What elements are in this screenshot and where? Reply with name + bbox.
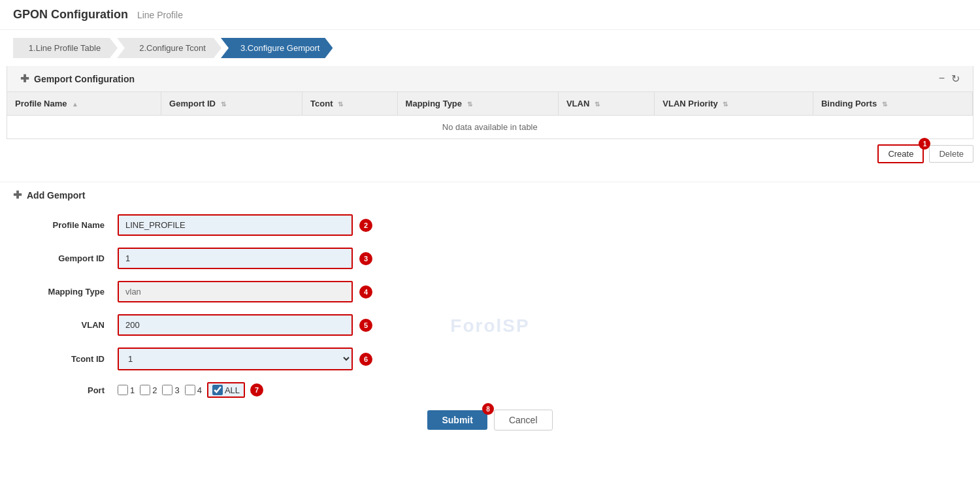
add-gemport-header: ✚ Add Gemport	[0, 182, 980, 208]
port-2-checkbox[interactable]	[140, 385, 150, 395]
col-mapping-type[interactable]: Mapping Type ⇅	[397, 92, 558, 116]
sort-icon: ⇅	[338, 101, 343, 108]
gemport-id-input-wrap: 3	[118, 248, 372, 269]
mapping-type-label: Mapping Type	[13, 287, 118, 297]
empty-message: No data available in table	[7, 116, 973, 139]
table-header-row: Profile Name ▲ Gemport ID ⇅ Tcont ⇅ Mapp…	[7, 92, 973, 116]
port-1-label: 1	[130, 385, 135, 395]
tcont-id-select[interactable]: 1 2 3	[118, 348, 353, 370]
port-checkboxes: 1 2 3 4 ALL 7	[118, 382, 263, 398]
add-gemport-form: ForolSP Profile Name 2 Gemport ID 3 Mapp…	[0, 208, 980, 444]
col-vlan[interactable]: VLAN ⇅	[558, 92, 654, 116]
port-checkboxes-wrap: 1 2 3 4 ALL 7	[118, 382, 263, 398]
port-all-label: ALL	[225, 385, 240, 395]
col-vlan-priority[interactable]: VLAN Priority ⇅	[655, 92, 813, 116]
sort-icon: ⇅	[882, 101, 887, 108]
port-1-checkbox[interactable]	[118, 385, 128, 395]
add-icon: ✚	[13, 189, 22, 201]
sort-icon: ⇅	[595, 101, 600, 108]
refresh-icon[interactable]: ↻	[951, 73, 960, 85]
submit-badge: 8	[482, 403, 494, 415]
port-label: Port	[13, 385, 118, 395]
sort-icon: ⇅	[221, 101, 226, 108]
gemport-id-input[interactable]	[118, 248, 353, 269]
create-button-wrap: Create 1	[877, 144, 924, 163]
port-1-item: 1	[118, 385, 135, 395]
sort-icon: ⇅	[723, 101, 728, 108]
gemport-table: Profile Name ▲ Gemport ID ⇅ Tcont ⇅ Mapp…	[7, 92, 973, 138]
cancel-button[interactable]: Cancel	[494, 410, 553, 430]
port-4-label: 4	[197, 385, 202, 395]
wizard-steps: 1.Line Profile Table 2.Configure Tcont 3…	[0, 30, 980, 66]
profile-name-badge: 2	[359, 219, 372, 232]
wizard-step-3[interactable]: 3.Configure Gemport	[221, 38, 333, 58]
vlan-input[interactable]	[118, 314, 353, 336]
port-all-item: ALL	[207, 382, 245, 398]
section-controls: − ↻	[939, 73, 960, 85]
mapping-type-row: Mapping Type 4	[13, 281, 967, 302]
gemport-table-container: Profile Name ▲ Gemport ID ⇅ Tcont ⇅ Mapp…	[7, 92, 973, 139]
vlan-badge: 5	[359, 319, 372, 332]
gemport-config-title: ✚ Gemport Configuration	[20, 73, 135, 85]
port-3-label: 3	[174, 385, 179, 395]
tcont-id-badge: 6	[359, 353, 372, 366]
tcont-id-label: Tcont ID	[13, 354, 118, 364]
gemport-id-badge: 3	[359, 252, 372, 265]
mapping-type-input-wrap: 4	[118, 281, 372, 302]
port-4-item: 4	[185, 385, 202, 395]
wizard-step-2[interactable]: 2.Configure Tcont	[117, 38, 221, 58]
create-button[interactable]: Create	[877, 144, 924, 163]
gemport-id-label: Gemport ID	[13, 253, 118, 263]
table-empty-row: No data available in table	[7, 116, 973, 139]
profile-name-input[interactable]	[118, 214, 353, 236]
sort-icon: ▲	[72, 101, 78, 108]
sort-icon: ⇅	[467, 101, 472, 108]
profile-name-label: Profile Name	[13, 220, 118, 230]
mapping-type-input[interactable]	[118, 281, 353, 302]
vlan-label: VLAN	[13, 320, 118, 330]
add-gemport-title: Add Gemport	[27, 190, 85, 201]
port-3-checkbox[interactable]	[162, 385, 172, 395]
tcont-id-row: Tcont ID 1 2 3 6	[13, 348, 967, 370]
col-tcont[interactable]: Tcont ⇅	[302, 92, 398, 116]
col-profile-name[interactable]: Profile Name ▲	[7, 92, 161, 116]
page-subtitle: Line Profile	[137, 10, 183, 20]
vlan-input-wrap: 5	[118, 314, 372, 336]
gemport-id-row: Gemport ID 3	[13, 248, 967, 269]
col-binding-ports[interactable]: Binding Ports ⇅	[813, 92, 972, 116]
port-2-item: 2	[140, 385, 157, 395]
submit-button-wrap: Submit 8	[427, 410, 487, 430]
page-header: GPON Configuration Line Profile	[0, 0, 980, 30]
action-row: Create 1 Delete	[0, 139, 980, 169]
page-title: GPON Configuration	[13, 8, 128, 21]
delete-button[interactable]: Delete	[929, 145, 973, 163]
minimize-icon[interactable]: −	[939, 73, 945, 85]
vlan-row: VLAN 5	[13, 314, 967, 336]
pin-icon: ✚	[20, 73, 29, 85]
mapping-type-badge: 4	[359, 285, 372, 299]
port-badge: 7	[250, 383, 263, 397]
wizard-step-1[interactable]: 1.Line Profile Table	[13, 38, 118, 58]
col-gemport-id[interactable]: Gemport ID ⇅	[161, 92, 302, 116]
port-2-label: 2	[152, 385, 157, 395]
port-row: Port 1 2 3 4	[13, 382, 967, 398]
submit-button[interactable]: Submit	[427, 410, 487, 430]
port-3-item: 3	[162, 385, 179, 395]
port-all-checkbox[interactable]	[212, 385, 223, 395]
profile-name-row: Profile Name 2	[13, 214, 967, 236]
submit-row: Submit 8 Cancel	[13, 410, 967, 430]
profile-name-input-wrap: 2	[118, 214, 372, 236]
tcont-id-input-wrap: 1 2 3 6	[118, 348, 372, 370]
port-4-checkbox[interactable]	[185, 385, 195, 395]
gemport-config-section: ✚ Gemport Configuration − ↻	[7, 66, 973, 92]
